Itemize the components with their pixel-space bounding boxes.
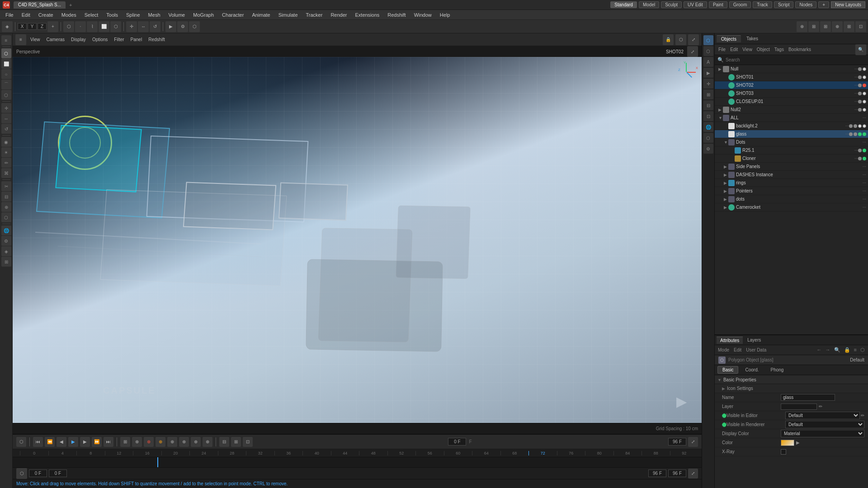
menu-mograph[interactable]: MoGraph xyxy=(189,11,217,19)
tree-all[interactable]: ▼ ALL ··· xyxy=(715,114,868,122)
vis-grey[interactable] xyxy=(858,149,862,152)
tl-prev-key[interactable]: ⏪ xyxy=(45,437,55,447)
menu-modes[interactable]: Modes xyxy=(58,11,80,19)
menu-tools[interactable]: Tools xyxy=(103,11,122,19)
tool-select-lasso[interactable]: ⌒ xyxy=(1,80,11,89)
menu-help[interactable]: Help xyxy=(436,11,454,19)
timeline-settings[interactable]: ⬡ xyxy=(16,437,26,447)
tool-rotate[interactable]: ↺ xyxy=(150,21,160,32)
tl-next-key[interactable]: ⏩ xyxy=(92,437,102,447)
layer-edit-icon[interactable]: ✏ xyxy=(819,404,822,409)
vp-menu-display[interactable]: Display xyxy=(69,36,88,43)
tool-knife[interactable]: ✂ xyxy=(1,181,11,191)
menu-window[interactable]: Window xyxy=(410,11,435,19)
vis-grey[interactable] xyxy=(858,84,862,87)
tool-xpresso[interactable]: ⊡ xyxy=(855,21,866,32)
attr-nav-search[interactable]: 🔍 xyxy=(833,347,842,353)
tl-animation-layer[interactable]: ⊞ xyxy=(231,437,241,447)
vis-green[interactable] xyxy=(863,157,866,160)
tool-render[interactable]: ▶ xyxy=(165,21,176,32)
tl-next-frame[interactable]: ▶ xyxy=(80,437,90,447)
vp-menu-panel[interactable]: Panel xyxy=(128,36,145,43)
timeline-track[interactable] xyxy=(13,457,702,467)
obj-view[interactable]: View xyxy=(741,47,754,52)
attr-xray-checkbox[interactable] xyxy=(781,449,786,455)
add-tab-button[interactable]: + xyxy=(66,1,75,9)
rs-struct[interactable]: ⊞ xyxy=(703,89,713,99)
attr-tab-attributes[interactable]: Attributes xyxy=(717,337,743,344)
attr-user-data[interactable]: User Data xyxy=(745,347,768,353)
layer-swatch[interactable] xyxy=(781,404,817,410)
rs-layer[interactable]: ⊡ xyxy=(703,111,713,121)
tree-null2[interactable]: ▶ Null2 ··· xyxy=(715,106,868,114)
tool-edges[interactable]: ⌇ xyxy=(87,21,98,32)
tool-move-left[interactable]: ✛ xyxy=(1,103,11,113)
tl-prev-frame[interactable]: ◀ xyxy=(57,437,66,447)
attr-sub-basic[interactable]: Basic xyxy=(717,366,738,374)
vp-menu-filter[interactable]: Filter xyxy=(112,36,126,43)
layout-add[interactable]: + xyxy=(818,1,829,8)
menu-simulate[interactable]: Simulate xyxy=(275,11,302,19)
color-swatch[interactable] xyxy=(781,440,794,446)
frame-start[interactable]: 0 F xyxy=(448,438,466,446)
tool-move[interactable]: ✛ xyxy=(126,21,137,32)
tool-extra3[interactable]: ⊞ xyxy=(1,257,11,267)
vis-grey[interactable] xyxy=(849,132,853,136)
viewport-expand[interactable]: ⤢ xyxy=(687,46,698,57)
tree-shot02[interactable]: SHOT02 ··· xyxy=(715,81,868,89)
tl-jump-start[interactable]: ⏮ xyxy=(33,437,43,447)
tl-expand[interactable]: ⤢ xyxy=(688,437,698,447)
tab-objects[interactable]: Objects xyxy=(717,35,741,42)
rs-global[interactable]: 🌐 xyxy=(703,122,713,132)
tree-camerocket[interactable]: ▶ Camerocket ··· xyxy=(715,203,868,211)
layout-groom[interactable]: Groom xyxy=(729,1,751,8)
total-frames-display[interactable]: 96 F xyxy=(648,469,666,477)
vis-white2[interactable] xyxy=(863,124,866,128)
tree-glass[interactable]: glass ··· xyxy=(715,130,868,138)
vis-white[interactable] xyxy=(858,124,862,128)
obj-edit[interactable]: Edit xyxy=(728,47,740,52)
tree-shot01[interactable]: SHOT01 ··· xyxy=(715,73,868,81)
tool-rotate-left[interactable]: ↺ xyxy=(1,124,11,134)
tool-brush[interactable]: ⌘ xyxy=(1,168,11,178)
obj-object[interactable]: Object xyxy=(755,47,772,52)
tree-pointers[interactable]: ▶ Pointers ··· xyxy=(715,187,868,195)
tool-select-poly[interactable]: ⬡ xyxy=(1,90,11,100)
tool-camera[interactable]: ◉ xyxy=(1,137,11,147)
vis-grey[interactable] xyxy=(858,92,862,95)
tool-snap[interactable]: ⊕ xyxy=(797,21,807,32)
attr-display-color-select[interactable]: Material Layer Custom xyxy=(781,430,864,437)
vis-grey[interactable] xyxy=(858,67,862,71)
tree-backlight[interactable]: backlight.2 ··· xyxy=(715,122,868,130)
menu-mesh[interactable]: Mesh xyxy=(145,11,164,19)
vis-white[interactable] xyxy=(863,75,866,79)
attr-nav-fwd[interactable]: → xyxy=(824,347,832,353)
tool-extra2[interactable]: ◈ xyxy=(1,246,11,256)
rs-anim[interactable]: A xyxy=(703,57,713,67)
obj-bookmarks[interactable]: Bookmarks xyxy=(787,47,813,52)
vp-lock[interactable]: 🔒 xyxy=(663,34,674,45)
rs-settings[interactable]: ⚙ xyxy=(703,144,713,154)
rs-materials[interactable]: ⬡ xyxy=(703,46,713,56)
layout-model[interactable]: Model xyxy=(639,1,659,8)
vis-grey[interactable] xyxy=(858,75,862,79)
tl-auto-key[interactable]: ⊕ xyxy=(132,437,142,447)
tl-foot-end[interactable]: ⤢ xyxy=(688,469,698,479)
tool-scale[interactable]: ↔ xyxy=(138,21,149,32)
tl-ghost[interactable]: ⊡ xyxy=(243,437,253,447)
vp-menu-redshift[interactable]: Redshift xyxy=(146,36,167,43)
tool-select-circle[interactable]: ○ xyxy=(1,69,11,79)
vp-menu-options[interactable]: Options xyxy=(90,36,110,43)
attr-visible-renderer-select[interactable]: Default On Off xyxy=(785,421,864,428)
tree-cloner[interactable]: Cloner ··· xyxy=(715,155,868,163)
layout-track[interactable]: Track xyxy=(753,1,772,8)
tl-record-rot[interactable]: ⊕ xyxy=(167,437,177,447)
attr-sub-phong[interactable]: Phong xyxy=(765,366,788,374)
rs-attr[interactable]: ⊟ xyxy=(703,100,713,110)
vp-aspect[interactable]: ⬡ xyxy=(675,34,686,45)
attr-mode[interactable]: Mode xyxy=(717,347,731,353)
menu-select[interactable]: Select xyxy=(81,11,102,19)
frame-total[interactable]: 96 F xyxy=(668,438,686,446)
menu-animate[interactable]: Animate xyxy=(248,11,274,19)
tool-viewport-render[interactable]: ⬡ xyxy=(189,21,200,32)
